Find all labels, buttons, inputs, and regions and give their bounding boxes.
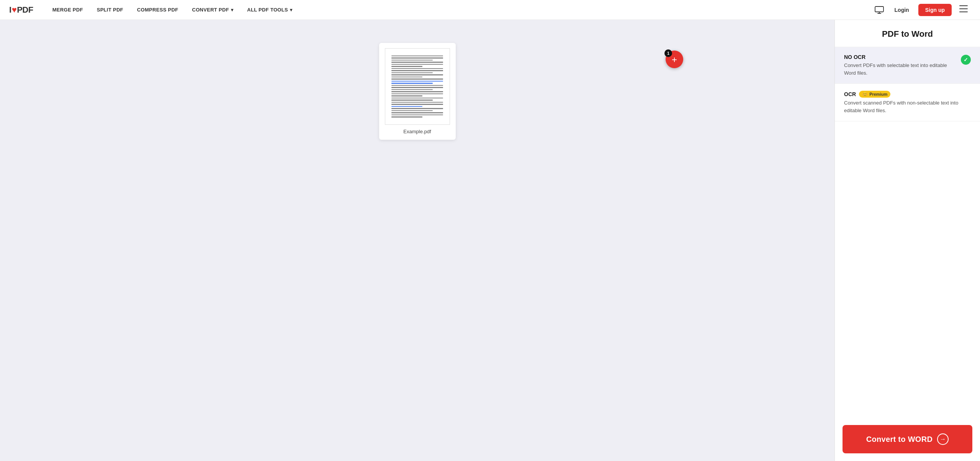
convert-button-label: Convert to WORD [866,435,933,444]
pdf-line [391,108,443,109]
nav-merge-pdf[interactable]: MERGE PDF [46,0,90,20]
pdf-filename: Example.pdf [403,129,431,134]
sidebar-bottom: Convert to WORD → [835,417,980,461]
pdf-content-lines [388,52,446,121]
premium-label: Premium [869,92,887,96]
ocr-label: OCR [844,91,856,97]
signup-button[interactable]: Sign up [918,4,952,16]
pdf-line [391,93,443,95]
check-icon: ✓ [964,57,968,63]
ocr-description: Convert scanned PDFs with non-selectable… [844,99,971,114]
canvas-area: 1 + [0,20,834,461]
pdf-line [391,102,443,103]
pdf-line [391,85,443,86]
no-ocr-label: NO OCR [844,54,865,60]
monitor-icon [875,6,884,14]
hamburger-icon [959,5,968,12]
add-files-button[interactable]: 1 + [666,51,683,68]
monitor-button[interactable] [873,5,885,15]
pdf-line [391,89,433,90]
plus-icon: + [672,54,677,65]
svg-rect-0 [875,7,883,12]
convert-to-word-button[interactable]: Convert to WORD → [843,425,972,453]
pdf-line [391,56,443,57]
logo-pdf: PDF [17,5,33,15]
file-count-badge: 1 [664,49,672,57]
nav-all-tools[interactable]: ALL PDF TOOLS [240,0,299,20]
no-ocr-content: NO OCR Convert PDFs with selectable text… [844,54,956,77]
nav-convert-pdf[interactable]: CONVERT PDF [185,0,240,20]
pdf-line [391,98,443,99]
pdf-line [391,87,443,88]
premium-badge: 😊 Premium [859,91,890,98]
nav-right: Login Sign up [873,4,971,16]
arrow-icon: → [940,436,946,443]
pdf-line [391,77,422,78]
main-layout: 1 + [0,20,980,461]
convert-pdf-chevron-icon [231,7,233,13]
pdf-line [391,106,422,107]
pdf-line [391,104,443,105]
pdf-line [391,66,422,67]
add-files-badge[interactable]: 1 + [666,51,683,68]
logo-heart: ♥ [12,5,17,15]
no-ocr-description: Convert PDFs with selectable text into e… [844,62,956,77]
premium-icon: 😊 [862,92,868,97]
pdf-line [391,116,422,118]
pdf-preview [385,48,450,125]
pdf-card[interactable]: Example.pdf [379,43,456,140]
no-ocr-option[interactable]: NO OCR Convert PDFs with selectable text… [835,47,980,84]
hamburger-button[interactable] [956,4,971,16]
pdf-line [391,57,443,59]
no-ocr-header: NO OCR [844,54,956,60]
login-button[interactable]: Login [890,5,914,15]
nav-links: MERGE PDF SPLIT PDF COMPRESS PDF CONVERT… [46,0,873,20]
pdf-line [391,100,433,101]
ocr-header: OCR 😊 Premium [844,91,971,98]
no-ocr-selected-indicator: ✓ [961,55,971,65]
pdf-line [391,74,443,75]
ocr-content: OCR 😊 Premium Convert scanned PDFs with … [844,91,971,114]
pdf-line [391,81,443,82]
pdf-line [391,72,433,74]
pdf-line [391,95,422,96]
navbar: I ♥ PDF MERGE PDF SPLIT PDF COMPRESS PDF… [0,0,980,20]
pdf-line [391,83,433,84]
logo-i: I [9,5,11,15]
pdf-line [391,62,443,63]
pdf-line [391,112,443,113]
pdf-line [391,78,443,80]
pdf-line [391,91,443,92]
pdf-line [391,110,433,111]
arrow-circle-icon: → [937,433,949,445]
pdf-line [391,60,433,61]
pdf-line [391,70,443,71]
nav-compress-pdf[interactable]: COMPRESS PDF [130,0,185,20]
pdf-line [391,114,443,116]
sidebar: PDF to Word NO OCR Convert PDFs with sel… [834,20,980,461]
sidebar-title: PDF to Word [835,20,980,47]
pdf-line [391,64,443,65]
nav-split-pdf[interactable]: SPLIT PDF [90,0,130,20]
all-tools-chevron-icon [290,7,292,13]
logo[interactable]: I ♥ PDF [9,5,33,15]
pdf-line [391,68,443,69]
ocr-option[interactable]: OCR 😊 Premium Convert scanned PDFs with … [835,84,980,121]
